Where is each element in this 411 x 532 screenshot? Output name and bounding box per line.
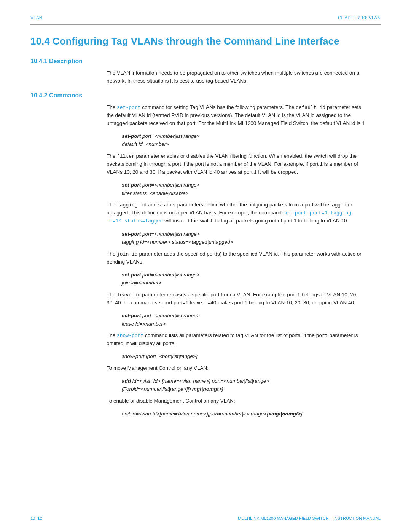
code-2-line2: filter status=<enable|disable> <box>122 190 189 196</box>
code-block-5: set-port port=<number|list|range> leave … <box>122 312 365 328</box>
section-1-body: The VLAN information needs to be propaga… <box>107 69 365 85</box>
inline-code-default-id: default id <box>296 105 325 110</box>
para5: The leave id parameter releases a specif… <box>107 291 365 307</box>
para3: The tagging id and status parameters def… <box>107 201 365 225</box>
code-block-4: set-port port=<number|list|range> join i… <box>122 271 365 287</box>
code-block-3: set-port port=<number|list|range> taggin… <box>122 230 365 246</box>
header-left: VLAN <box>30 15 42 21</box>
code-3-line2: tagging id=<number> status=<tagged|untag… <box>122 239 233 245</box>
inline-code-show-port: show-port <box>117 333 143 339</box>
para2: The filter parameter enables or disables… <box>107 152 365 176</box>
inline-code-tagging: tagging id <box>117 202 147 208</box>
code-3-line1-params: port=<number|list|range> <box>142 231 200 237</box>
code-5-line1: set-port <box>122 313 141 318</box>
code-7-line2: [Forbid=<number|list|range>][<mgt|nomgt>… <box>122 386 223 392</box>
code-4-line1-params: port=<number|list|range> <box>142 272 200 278</box>
code-1-line1: set-port <box>122 133 141 139</box>
code-8: edit id=<vlan Id>[name=<vlan name>][port… <box>122 411 302 417</box>
inline-code-join: join id <box>117 251 138 257</box>
para7: To move Management Control on any VLAN: <box>107 364 365 372</box>
code-4-line2: join id=<number> <box>122 280 162 286</box>
inline-code-set-port-example: set-port port=1 tagging id=10 status=tag… <box>107 210 351 224</box>
para8: To enable or disable Management Control … <box>107 397 365 405</box>
inline-code-port: port <box>316 333 328 339</box>
code-block-7: add id=<vlan Id> [name=<vlan name>] port… <box>122 377 365 393</box>
section-2-heading: 10.4.2 Commands <box>30 92 381 99</box>
code-2-line1-params: port=<number|list|range> <box>142 182 200 188</box>
code-1-line1-params: port=<number|list|range> <box>142 133 200 139</box>
footer-left: 10–12 <box>30 516 42 521</box>
section-1-heading: 10.4.1 Description <box>30 58 381 65</box>
header-right: CHAPTER 10: VLAN <box>338 15 381 21</box>
footer-right: MULTILINK ML1200 MANAGED FIELD SWITCH – … <box>238 516 381 521</box>
code-block-1: set-port port=<number|list|range> defaul… <box>122 132 365 149</box>
inline-code-filter: filter <box>117 153 135 159</box>
para6: The show-port command lists all paramete… <box>107 332 365 348</box>
code-8-mgt: <mgt|nomgt> <box>268 411 301 417</box>
code-block-6: show-port [port=<port|list|range>] <box>122 352 365 361</box>
code-5-line2: leave id=<number> <box>122 321 166 327</box>
code-3-line1: set-port <box>122 231 141 237</box>
code-block-8: edit id=<vlan Id>[name=<vlan name>][port… <box>122 410 365 418</box>
code-7-line1-params: id=<vlan Id> [name=<vlan name>] port=<nu… <box>132 378 269 384</box>
code-7-line1-add: add <box>122 378 131 384</box>
code-1-line2: default id=<number> <box>122 141 169 147</box>
inline-code-set-port-1: set-port <box>117 105 140 110</box>
para1: The set-port command for setting Tag VLA… <box>107 104 365 128</box>
inline-code-status: status <box>158 202 176 208</box>
code-block-2: set-port port=<number|list|range> filter… <box>122 181 365 197</box>
para4: The join id parameter adds the specified… <box>107 250 365 266</box>
page-footer: 10–12 MULTILINK ML1200 MANAGED FIELD SWI… <box>30 516 381 521</box>
code-7-mgt: <mgt|nomgt> <box>189 386 222 392</box>
chapter-title: 10.4 Configuring Tag VLANs through the C… <box>30 35 381 47</box>
code-4-line1: set-port <box>122 272 141 278</box>
page-header: VLAN CHAPTER 10: VLAN <box>30 15 381 25</box>
inline-code-leave: leave id <box>117 292 140 298</box>
code-5-line1-params: port=<number|list|range> <box>142 313 200 318</box>
code-2-line1: set-port <box>122 182 141 188</box>
code-6: show-port [port=<port|list|range>] <box>122 353 198 359</box>
